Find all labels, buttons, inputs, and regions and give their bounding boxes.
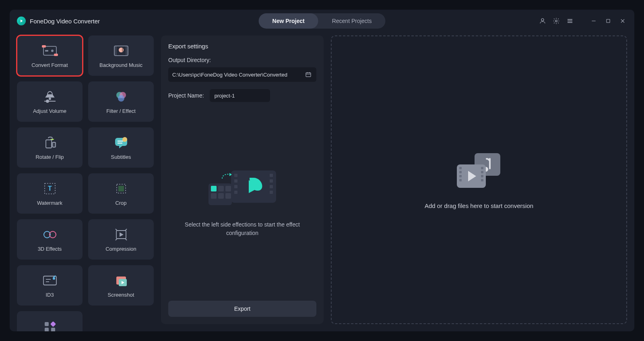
more-icon	[41, 319, 59, 332]
svg-rect-24	[46, 140, 52, 148]
account-icon[interactable]	[539, 17, 547, 25]
svg-rect-79	[481, 171, 483, 173]
svg-rect-15	[114, 46, 117, 56]
svg-rect-78	[481, 167, 483, 169]
tool-filter-effect[interactable]: Filter / Effect	[88, 81, 154, 122]
svg-rect-57	[234, 185, 237, 188]
svg-point-1	[555, 20, 557, 22]
project-name-label: Project Name:	[168, 92, 204, 99]
svg-rect-62	[270, 191, 273, 194]
gear-icon[interactable]	[552, 17, 560, 25]
tool-compression[interactable]: Compression	[88, 219, 154, 260]
svg-rect-49	[51, 328, 55, 332]
tool-label: ID3	[45, 292, 54, 298]
tool-watermark[interactable]: T Watermark	[17, 173, 83, 214]
center-illustration: Select the left side effections to start…	[168, 102, 316, 297]
export-button[interactable]: Export	[168, 301, 316, 317]
export-settings-panel: Export settings Output Directory: C:\Use…	[161, 35, 324, 324]
app-logo-icon	[17, 17, 26, 25]
svg-rect-33	[118, 186, 124, 191]
browse-folder-icon[interactable]	[304, 71, 312, 79]
tool-adjust-volume[interactable]: Adjust Volume	[17, 81, 83, 122]
svg-rect-48	[45, 328, 49, 332]
svg-rect-6	[607, 19, 610, 23]
svg-rect-77	[459, 179, 462, 181]
tool-label: Compression	[105, 246, 136, 252]
window-maximize-icon[interactable]	[604, 17, 613, 25]
main-area: Convert Format Background Music	[10, 32, 634, 331]
svg-rect-56	[234, 179, 237, 183]
svg-rect-64	[211, 186, 217, 191]
output-dir-label: Output Directory:	[168, 57, 316, 63]
tool-rotate-flip[interactable]: Rotate / Flip	[17, 127, 83, 168]
tool-label: Screenshot	[108, 292, 134, 298]
tool-label: Adjust Volume	[33, 108, 66, 114]
svg-rect-16	[126, 46, 128, 56]
window-minimize-icon[interactable]	[589, 17, 598, 25]
svg-point-18	[49, 98, 51, 100]
svg-rect-12	[42, 45, 46, 48]
svg-rect-80	[481, 175, 483, 177]
svg-point-29	[122, 137, 127, 142]
svg-rect-66	[225, 186, 231, 191]
svg-point-11	[51, 50, 54, 52]
svg-rect-55	[234, 174, 237, 177]
svg-point-0	[541, 19, 544, 21]
tool-subtitles[interactable]: Subtitles	[88, 127, 154, 168]
effect-illustration-icon	[202, 162, 283, 211]
panel-title: Export settings	[168, 43, 316, 50]
tab-label: Recent Projects	[332, 18, 372, 24]
tool-id3[interactable]: ID3	[17, 265, 83, 306]
dropzone-text: Add or drag files here to start conversi…	[425, 202, 533, 209]
convert-format-icon	[41, 44, 59, 58]
svg-marker-38	[120, 233, 123, 236]
background-music-icon	[112, 44, 130, 58]
output-dir-input[interactable]: C:\Users\pc\FoneDog Video Converter\Conv…	[168, 67, 316, 82]
project-name-input[interactable]	[210, 89, 270, 102]
adjust-volume-icon	[41, 89, 59, 104]
tool-convert-format[interactable]: Convert Format	[17, 35, 83, 76]
svg-rect-13	[54, 54, 58, 56]
subtitles-icon	[112, 135, 130, 150]
svg-point-20	[46, 100, 49, 102]
app-window: FoneDog Video Converter New Project Rece…	[10, 10, 634, 331]
svg-rect-74	[459, 167, 462, 169]
id3-icon	[41, 273, 59, 288]
window-close-icon[interactable]	[618, 17, 627, 25]
dropzone[interactable]: Add or drag files here to start conversi…	[331, 35, 627, 324]
tool-screenshot[interactable]: Screenshot	[88, 265, 154, 306]
svg-rect-75	[459, 171, 462, 173]
watermark-icon: T	[41, 181, 59, 196]
tool-label: Convert Format	[31, 62, 68, 68]
svg-rect-10	[45, 50, 48, 52]
tool-sidebar: Convert Format Background Music	[17, 35, 154, 324]
tool-label: 3D Effects	[38, 246, 62, 252]
tool-label: Subtitles	[111, 154, 131, 160]
tool-label: Rotate / Flip	[35, 154, 64, 160]
tool-label: Crop	[115, 200, 126, 206]
svg-rect-46	[45, 322, 49, 326]
tool-label: Watermark	[37, 200, 62, 206]
dropzone-illustration-icon	[453, 151, 505, 191]
tool-more[interactable]: More	[17, 311, 83, 331]
tool-background-music[interactable]: Background Music	[88, 35, 154, 76]
helper-text: Select the left side effections to start…	[178, 220, 307, 237]
output-dir-value: C:\Users\pc\FoneDog Video Converter\Conv…	[172, 72, 287, 78]
app-title: FoneDog Video Converter	[30, 18, 100, 25]
rotate-flip-icon	[41, 135, 59, 150]
tab-new-project[interactable]: New Project	[259, 13, 318, 29]
crop-icon	[112, 181, 130, 196]
tab-label: New Project	[272, 18, 305, 24]
svg-text:T: T	[48, 185, 52, 192]
filter-effect-icon	[112, 89, 130, 104]
svg-rect-76	[459, 175, 462, 177]
svg-rect-67	[211, 193, 217, 199]
tool-crop[interactable]: Crop	[88, 173, 154, 214]
tool-3d-effects[interactable]: 3D Effects	[17, 219, 83, 260]
svg-point-17	[119, 48, 124, 52]
tab-recent-projects[interactable]: Recent Projects	[318, 13, 386, 29]
svg-rect-47	[50, 321, 56, 326]
header-tabs: New Project Recent Projects	[259, 13, 386, 29]
menu-icon[interactable]	[566, 17, 574, 25]
export-button-label: Export	[234, 306, 250, 312]
